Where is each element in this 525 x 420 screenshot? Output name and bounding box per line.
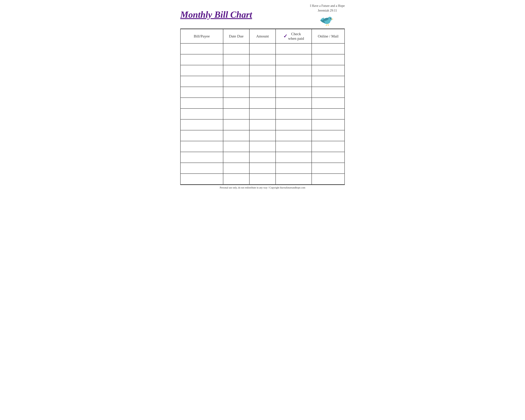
svg-line-10: [328, 24, 328, 25]
cell-check: [276, 130, 312, 141]
page: Monthly Bill Chart I Have a Future and a…: [175, 0, 350, 192]
header: Monthly Bill Chart I Have a Future and a…: [180, 3, 345, 27]
table-row: [180, 109, 345, 119]
table-body: [180, 43, 345, 185]
cell-date-due: [223, 109, 249, 119]
cell-online-mail: [312, 163, 345, 174]
footer-text: Personal use only, do not redistribute i…: [220, 186, 305, 189]
cell-online-mail: [312, 152, 345, 163]
svg-point-4: [330, 18, 331, 19]
scripture: I Have a Future and a Hope Jeremiah 29:1…: [310, 3, 345, 13]
cell-check: [276, 87, 312, 98]
bird-container: [319, 14, 335, 26]
cell-online-mail: [312, 109, 345, 119]
cell-amount: [249, 152, 276, 163]
table-row: [180, 141, 345, 152]
cell-amount: [249, 43, 276, 54]
cell-check: [276, 98, 312, 109]
cell-amount: [249, 163, 276, 174]
col-check-when-paid: ✓ Checkwhen paid: [276, 29, 312, 43]
col-bill-payee: Bill/Payee: [180, 29, 223, 43]
cell-online-mail: [312, 87, 345, 98]
bird-icon: [319, 14, 335, 26]
page-title: Monthly Bill Chart: [180, 10, 252, 19]
cell-online-mail: [312, 141, 345, 152]
cell-bill-payee: [180, 174, 223, 185]
cell-amount: [249, 109, 276, 119]
cell-date-due: [223, 76, 249, 87]
cell-date-due: [223, 98, 249, 109]
col-amount-label: Amount: [256, 34, 269, 38]
cell-amount: [249, 174, 276, 185]
check-header-container: ✓ Checkwhen paid: [278, 32, 310, 41]
cell-amount: [249, 76, 276, 87]
cell-online-mail: [312, 98, 345, 109]
cell-online-mail: [312, 54, 345, 65]
cell-amount: [249, 98, 276, 109]
col-bill-payee-label: Bill/Payee: [194, 34, 210, 38]
cell-check: [276, 119, 312, 130]
check-when-paid-label: Checkwhen paid: [288, 32, 304, 41]
footer: Personal use only, do not redistribute i…: [180, 185, 345, 190]
cell-date-due: [223, 43, 249, 54]
cell-date-due: [223, 163, 249, 174]
cell-date-due: [223, 54, 249, 65]
col-amount: Amount: [249, 29, 276, 43]
table-row: [180, 98, 345, 109]
check-mark-icon: ✓: [283, 34, 287, 39]
svg-marker-2: [332, 19, 334, 19]
header-right: I Have a Future and a Hope Jeremiah 29:1…: [310, 3, 345, 26]
table-row: [180, 174, 345, 185]
cell-check: [276, 163, 312, 174]
cell-online-mail: [312, 65, 345, 76]
cell-check: [276, 152, 312, 163]
svg-line-9: [326, 24, 327, 25]
title-container: Monthly Bill Chart: [180, 10, 252, 19]
cell-online-mail: [312, 76, 345, 87]
cell-online-mail: [312, 174, 345, 185]
cell-amount: [249, 141, 276, 152]
table-row: [180, 130, 345, 141]
scripture-line2: Jeremiah 29:11: [310, 8, 345, 13]
cell-online-mail: [312, 119, 345, 130]
cell-bill-payee: [180, 109, 223, 119]
cell-bill-payee: [180, 98, 223, 109]
table-row: [180, 43, 345, 54]
col-date-due-label: Date Due: [229, 34, 244, 38]
cell-check: [276, 174, 312, 185]
table-row: [180, 119, 345, 130]
table-row: [180, 163, 345, 174]
cell-amount: [249, 130, 276, 141]
cell-check: [276, 54, 312, 65]
cell-bill-payee: [180, 65, 223, 76]
svg-point-3: [330, 18, 331, 19]
cell-bill-payee: [180, 130, 223, 141]
table-row: [180, 76, 345, 87]
cell-date-due: [223, 174, 249, 185]
cell-bill-payee: [180, 152, 223, 163]
cell-check: [276, 76, 312, 87]
col-date-due: Date Due: [223, 29, 249, 43]
table-header-row: Bill/Payee Date Due Amount ✓ Checkwhen p…: [180, 29, 345, 43]
cell-bill-payee: [180, 54, 223, 65]
table-row: [180, 54, 345, 65]
cell-online-mail: [312, 130, 345, 141]
bill-chart-table: Bill/Payee Date Due Amount ✓ Checkwhen p…: [180, 29, 345, 185]
cell-bill-payee: [180, 43, 223, 54]
cell-bill-payee: [180, 76, 223, 87]
cell-date-due: [223, 141, 249, 152]
cell-amount: [249, 65, 276, 76]
cell-check: [276, 109, 312, 119]
table-row: [180, 87, 345, 98]
cell-amount: [249, 87, 276, 98]
table-row: [180, 65, 345, 76]
cell-date-due: [223, 119, 249, 130]
cell-check: [276, 43, 312, 54]
cell-bill-payee: [180, 87, 223, 98]
cell-online-mail: [312, 43, 345, 54]
cell-check: [276, 141, 312, 152]
cell-date-due: [223, 65, 249, 76]
cell-bill-payee: [180, 119, 223, 130]
cell-bill-payee: [180, 163, 223, 174]
cell-date-due: [223, 87, 249, 98]
